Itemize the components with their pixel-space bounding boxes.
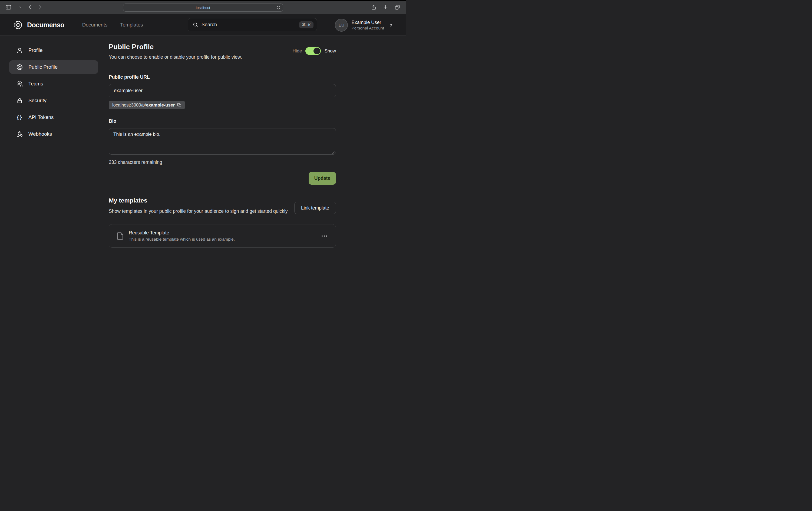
avatar: EU xyxy=(335,19,348,32)
lock-icon xyxy=(16,98,23,104)
sidebar-item-api-tokens[interactable]: { } API Tokens xyxy=(9,111,98,124)
bio-field-label: Bio xyxy=(109,118,336,124)
template-card[interactable]: Reusable Template This is a reusable tem… xyxy=(109,224,336,248)
profile-visibility-toggle[interactable] xyxy=(306,47,321,55)
file-icon xyxy=(116,232,124,241)
reload-icon xyxy=(277,6,281,10)
sidebar-item-label: API Tokens xyxy=(28,114,54,120)
search-icon xyxy=(193,22,198,28)
toggle-show-label: Show xyxy=(324,49,336,54)
brand-logo[interactable]: Documenso xyxy=(13,20,64,30)
user-icon xyxy=(16,47,23,54)
address-bar[interactable]: localhost xyxy=(123,3,283,11)
section-divider xyxy=(109,67,336,67)
top-nav: Documents Templates xyxy=(82,22,143,28)
chevron-down-icon xyxy=(19,6,22,9)
public-profile-url-input[interactable] xyxy=(109,84,336,97)
user-menu[interactable]: EU Example User Personal Account xyxy=(335,19,393,32)
resize-handle[interactable] xyxy=(332,151,335,154)
template-name: Reusable Template xyxy=(129,230,235,236)
sidebar-toggle-button[interactable] xyxy=(5,4,11,10)
share-url-slug: example-user xyxy=(146,102,175,108)
globe-icon xyxy=(16,64,23,70)
template-description: This is a reusable template which is use… xyxy=(129,237,235,242)
share-url-pill[interactable]: localhost:3000/p/example-user xyxy=(109,101,185,109)
tabs-overview-button[interactable] xyxy=(395,5,400,10)
brand-name: Documenso xyxy=(27,21,64,29)
share-icon xyxy=(371,5,377,10)
share-url-prefix: localhost:3000/p/ xyxy=(112,102,146,108)
new-tab-button[interactable] xyxy=(383,5,388,10)
sidebar-item-label: Teams xyxy=(28,81,43,87)
forward-button[interactable] xyxy=(37,5,43,10)
my-templates-subtitle: Show templates in your public profile fo… xyxy=(109,208,299,215)
nav-templates[interactable]: Templates xyxy=(120,22,143,28)
forward-icon xyxy=(37,5,43,10)
users-icon xyxy=(16,81,23,87)
documenso-logo-icon xyxy=(13,20,23,30)
braces-icon: { } xyxy=(16,114,23,120)
sidebar-item-security[interactable]: Security xyxy=(9,94,98,107)
my-templates-section: My templates Show templates in your publ… xyxy=(109,197,336,248)
app-header: Documenso Documents Templates ⌘+K EU Exa… xyxy=(0,14,406,36)
share-button[interactable] xyxy=(371,5,377,10)
ellipsis-icon xyxy=(322,236,323,237)
template-more-options-button[interactable] xyxy=(320,234,329,238)
copy-button[interactable] xyxy=(177,103,181,107)
nav-documents[interactable]: Documents xyxy=(82,22,108,28)
sidebar-item-public-profile[interactable]: Public Profile xyxy=(9,60,98,74)
search-shortcut-badge: ⌘+K xyxy=(299,21,314,28)
update-button[interactable]: Update xyxy=(309,172,336,185)
toolbar-divider xyxy=(15,4,15,10)
bio-textarea[interactable]: This is an example bio. xyxy=(109,128,336,155)
webhook-icon xyxy=(16,131,23,137)
sidebar-item-label: Webhooks xyxy=(28,131,52,137)
sidebar-toggle-icon xyxy=(5,4,11,10)
sidebar-item-label: Security xyxy=(28,98,47,103)
tabs-overview-icon xyxy=(395,5,400,10)
sidebar-item-webhooks[interactable]: Webhooks xyxy=(9,127,98,141)
search-bar[interactable]: ⌘+K xyxy=(188,18,317,31)
sidebar-item-label: Public Profile xyxy=(28,64,58,70)
visibility-toggle-row: Hide Show xyxy=(293,47,336,55)
back-icon xyxy=(27,5,33,10)
toggle-hide-label: Hide xyxy=(293,49,302,54)
address-text: localhost xyxy=(196,6,210,10)
user-account-type: Personal Account xyxy=(351,25,384,31)
copy-icon xyxy=(177,103,181,107)
settings-sidebar: Profile Public Profile Teams Securi xyxy=(0,36,109,256)
sidebar-menu-button[interactable] xyxy=(19,6,22,9)
sidebar-item-label: Profile xyxy=(28,47,42,53)
search-input[interactable] xyxy=(202,22,296,28)
main-content: Public Profile Hide Show You can choose … xyxy=(109,36,336,248)
sidebar-item-profile[interactable]: Profile xyxy=(9,43,98,57)
back-button[interactable] xyxy=(27,5,33,10)
page-subtitle: You can choose to enable or disable your… xyxy=(109,54,336,60)
chevrons-up-down-icon xyxy=(389,23,393,27)
browser-chrome: localhost xyxy=(0,0,406,14)
toggle-knob xyxy=(314,48,320,54)
user-name: Example User xyxy=(351,20,384,25)
url-field-label: Public profile URL xyxy=(109,74,336,80)
sidebar-item-teams[interactable]: Teams xyxy=(9,77,98,91)
characters-remaining: 233 characters remaining xyxy=(109,159,336,165)
plus-icon xyxy=(383,5,388,10)
link-template-button[interactable]: Link template xyxy=(294,202,336,214)
reload-button[interactable] xyxy=(277,6,281,10)
